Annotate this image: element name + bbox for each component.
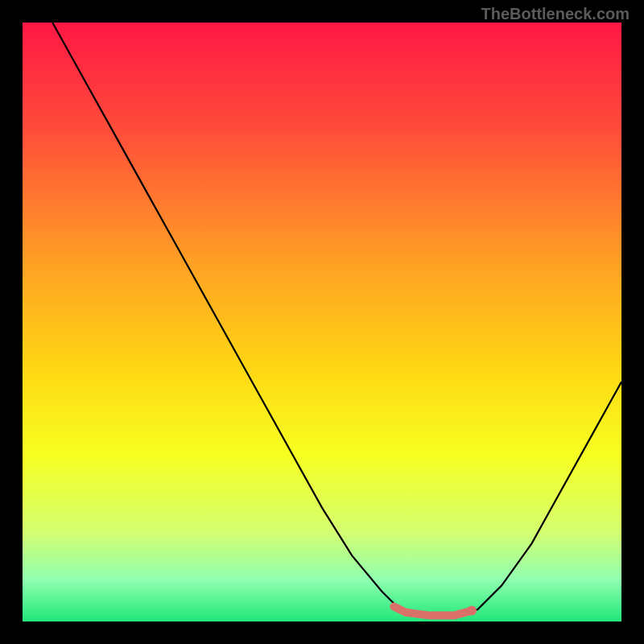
chart-svg (0, 0, 644, 644)
plot-area (23, 23, 621, 621)
bottleneck-chart: TheBottleneck.com (0, 0, 644, 644)
optimal-point-dot (467, 606, 477, 616)
watermark-text: TheBottleneck.com (481, 5, 630, 23)
